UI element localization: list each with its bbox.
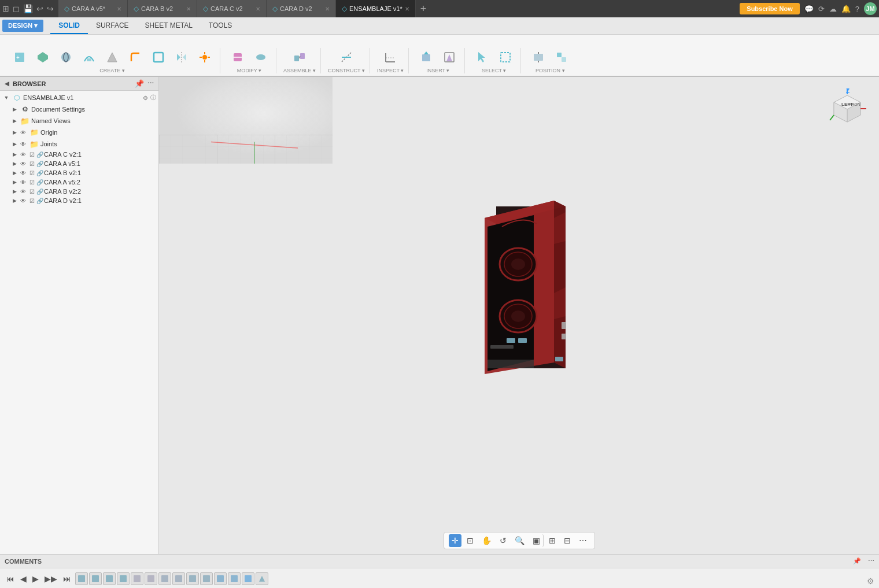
tab-close-4[interactable]: ✕ bbox=[405, 6, 409, 12]
display-more-button[interactable]: ⋯ bbox=[576, 534, 590, 547]
timeline-last-button[interactable]: ⏭ bbox=[61, 573, 73, 585]
tree-item-cara-a1[interactable]: ▶ 👁 ☑ 🔗 CARA A v5:1 bbox=[0, 159, 158, 168]
tool-position-1[interactable] bbox=[528, 48, 549, 66]
tool-assemble-1[interactable] bbox=[289, 48, 310, 66]
tool-select-1[interactable] bbox=[472, 48, 493, 66]
timeline-step-3[interactable] bbox=[103, 572, 116, 585]
tab-close-3[interactable]: ✕ bbox=[325, 6, 330, 12]
assemble-label[interactable]: ASSEMBLE bbox=[283, 68, 316, 73]
cloud-icon[interactable]: ☁ bbox=[829, 5, 837, 13]
display-settings-button[interactable]: ⊟ bbox=[561, 534, 574, 547]
comments-pin-icon[interactable]: 📌 bbox=[853, 557, 861, 565]
share-icon[interactable]: ⟳ bbox=[818, 5, 825, 13]
timeline-play-button[interactable]: ▶ bbox=[31, 573, 40, 585]
timeline-step-7[interactable] bbox=[158, 572, 171, 585]
cara-b2-eye[interactable]: 👁 bbox=[19, 188, 28, 195]
timeline-step-12[interactable] bbox=[228, 572, 241, 585]
comment-icon[interactable]: 💬 bbox=[804, 5, 814, 13]
joints-eye[interactable]: 👁 bbox=[19, 141, 28, 147]
tool-position-2[interactable] bbox=[551, 48, 572, 66]
tab-solid[interactable]: SOLID bbox=[50, 18, 88, 34]
timeline-step-10[interactable] bbox=[200, 572, 213, 585]
viewport[interactable]: Z LEFT FRON ✛ ⊡ ✋ ↺ bbox=[159, 77, 879, 554]
tool-select-2[interactable] bbox=[495, 48, 516, 66]
cara-b2-check[interactable]: ☑ bbox=[28, 188, 36, 195]
undo-icon[interactable]: ↩ bbox=[36, 4, 43, 13]
cara-b1-eye[interactable]: 👁 bbox=[19, 170, 28, 176]
origin-eye[interactable]: 👁 bbox=[19, 130, 28, 136]
select-tool-button[interactable]: ✛ bbox=[449, 534, 461, 547]
pan-tool-button[interactable]: ✋ bbox=[479, 534, 494, 547]
avatar[interactable]: JM bbox=[864, 2, 877, 15]
tree-item-cara-b1[interactable]: ▶ 👁 ☑ 🔗 CARA B v2:1 bbox=[0, 168, 158, 177]
file-icon[interactable]: ◻ bbox=[13, 4, 20, 13]
timeline-step-4[interactable] bbox=[117, 572, 130, 585]
notification-icon[interactable]: 🔔 bbox=[841, 5, 851, 13]
insert-label[interactable]: INSERT bbox=[426, 68, 449, 73]
help-icon[interactable]: ? bbox=[855, 5, 859, 13]
tree-item-cara-a2[interactable]: ▶ 👁 ☑ 🔗 CARA A v5:2 bbox=[0, 177, 158, 187]
tool-inspect-1[interactable] bbox=[380, 48, 401, 66]
cara-a2-eye[interactable]: 👁 bbox=[19, 179, 28, 186]
root-settings-icon[interactable]: ⚙ bbox=[143, 95, 148, 101]
tool-modify-1[interactable] bbox=[227, 48, 248, 66]
timeline-step-1[interactable] bbox=[75, 572, 88, 585]
comments-more-icon[interactable]: ⋯ bbox=[868, 557, 874, 565]
cara-c-check[interactable]: ☑ bbox=[28, 151, 36, 158]
cara-c-eye[interactable]: 👁 bbox=[19, 151, 28, 158]
grid-toggle-button[interactable]: ⊞ bbox=[546, 534, 559, 547]
tab-cara-c[interactable]: ◇ CARA C v2 ✕ bbox=[197, 0, 267, 17]
tab-surface[interactable]: SURFACE bbox=[88, 18, 137, 34]
timeline-step-6[interactable] bbox=[145, 572, 157, 585]
tool-shell[interactable] bbox=[148, 48, 169, 66]
tree-item-joints[interactable]: ▶ 👁 📁 Joints bbox=[0, 138, 158, 150]
zoom-tool-button[interactable]: 🔍 bbox=[512, 534, 527, 547]
redo-icon[interactable]: ↪ bbox=[47, 4, 54, 13]
view-cube[interactable]: Z LEFT FRON bbox=[827, 88, 867, 129]
tool-insert-2[interactable] bbox=[439, 48, 460, 66]
viewport-settings-icon[interactable]: ⚙ bbox=[867, 576, 874, 586]
tree-item-named-views[interactable]: ▶ 📁 Named Views bbox=[0, 115, 158, 127]
tool-modify-2[interactable] bbox=[250, 48, 271, 66]
tab-add-button[interactable]: + bbox=[416, 0, 431, 17]
tab-tools[interactable]: TOOLS bbox=[201, 18, 240, 34]
cara-b1-check[interactable]: ☑ bbox=[28, 170, 36, 176]
tool-loft[interactable] bbox=[102, 48, 123, 66]
tab-cara-a[interactable]: ◇ CARA A v5* ✕ bbox=[58, 0, 128, 17]
timeline-step-8[interactable] bbox=[172, 572, 185, 585]
tree-root[interactable]: ▼ ⬡ ENSAMBLAJE v1 ⚙ ⓘ bbox=[0, 92, 158, 103]
tab-ensamblaje[interactable]: ◇ ENSAMBLAJE v1* ✕ bbox=[336, 0, 416, 17]
orbit-tool-button[interactable]: ↺ bbox=[497, 534, 509, 547]
tree-item-cara-d[interactable]: ▶ 👁 ☑ 🔗 CARA D v2:1 bbox=[0, 196, 158, 205]
tool-revolve[interactable] bbox=[56, 48, 76, 66]
tool-sweep[interactable] bbox=[79, 48, 99, 66]
timeline-step-2[interactable] bbox=[89, 572, 102, 585]
tool-insert-1[interactable] bbox=[416, 48, 437, 66]
section-tool-button[interactable]: ▣ bbox=[530, 534, 544, 547]
tree-item-origin[interactable]: ▶ 👁 📁 Origin bbox=[0, 127, 158, 138]
tab-cara-d[interactable]: ◇ CARA D v2 ✕ bbox=[267, 0, 336, 17]
cara-d-check[interactable]: ☑ bbox=[28, 198, 36, 204]
construct-label[interactable]: CONSTRUCT bbox=[328, 68, 365, 73]
tree-item-cara-b2[interactable]: ▶ 👁 ☑ 🔗 CARA B v2:2 bbox=[0, 187, 158, 196]
subscribe-button[interactable]: Subscribe Now bbox=[740, 3, 799, 14]
tree-item-cara-c[interactable]: ▶ 👁 ☑ 🔗 CARA C v2:1 bbox=[0, 150, 158, 159]
timeline-step-14[interactable] bbox=[256, 572, 268, 585]
tab-close-0[interactable]: ✕ bbox=[117, 6, 121, 12]
root-info-icon[interactable]: ⓘ bbox=[150, 94, 156, 102]
create-label[interactable]: CREATE bbox=[99, 68, 124, 73]
timeline-first-button[interactable]: ⏮ bbox=[5, 573, 16, 585]
tool-construct-1[interactable] bbox=[336, 48, 357, 66]
cara-a1-check[interactable]: ☑ bbox=[28, 161, 36, 167]
timeline-step-13[interactable] bbox=[242, 572, 254, 585]
fit-view-button[interactable]: ⊡ bbox=[464, 534, 477, 547]
cara-a1-eye[interactable]: 👁 bbox=[19, 161, 28, 167]
tab-close-1[interactable]: ✕ bbox=[186, 6, 191, 12]
position-label[interactable]: POSITION bbox=[535, 68, 565, 73]
browser-more-icon[interactable]: ⋯ bbox=[147, 80, 154, 87]
save-icon[interactable]: 💾 bbox=[23, 4, 33, 13]
browser-pin-icon[interactable]: 📌 bbox=[135, 79, 144, 88]
select-label[interactable]: SELECT bbox=[482, 68, 506, 73]
timeline-step-9[interactable] bbox=[186, 572, 199, 585]
tool-move[interactable] bbox=[194, 48, 215, 66]
